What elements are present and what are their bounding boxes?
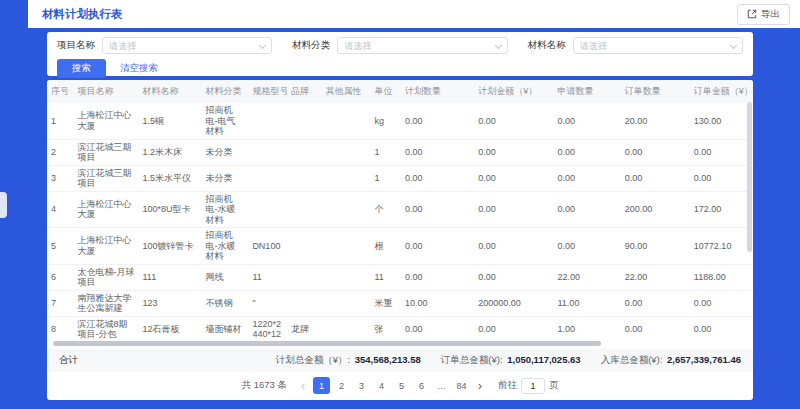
column-header: 申请数量: [554, 80, 621, 103]
plan-total-label: 计划总金额（¥）:: [276, 354, 350, 365]
chevron-down-icon: [495, 42, 502, 49]
table-cell: 123: [139, 290, 202, 316]
table-cell: [322, 191, 371, 228]
table-cell: 1220*2440*12: [248, 316, 287, 339]
summary-totals: 计划总金额（¥）: 354,568,213.58 订单总金额(¥): 1,050…: [276, 354, 741, 367]
table-wrap: 序号项目名称材料名称材料分类规格型号品牌其他属性单位计划数量计划金额（¥）申请数…: [47, 80, 753, 339]
table-cell: 0.00: [690, 165, 753, 191]
table-cell: kg: [370, 103, 401, 139]
table-cell: 0.00: [401, 139, 474, 165]
column-header: 单位: [370, 80, 401, 103]
table-cell: 0.00: [690, 139, 753, 165]
column-header: 项目名称: [73, 80, 138, 103]
table-cell: ": [248, 290, 287, 316]
table-row: 5上海松江中心大厦100镀锌管卡招商机电-水暖材料DN100根0.000.000…: [47, 228, 753, 265]
table-cell: [322, 264, 371, 290]
sidebar-collapse-handle[interactable]: [0, 192, 7, 218]
page-button[interactable]: 2: [333, 377, 350, 394]
material-name-select-input[interactable]: [580, 41, 726, 51]
project-name-select-input[interactable]: [109, 41, 255, 51]
table-cell: 11: [370, 264, 401, 290]
table-cell: 上海松江中心大厦: [73, 103, 138, 139]
table-cell: 0.00: [474, 228, 553, 265]
column-header: 材料名称: [139, 80, 202, 103]
page-button[interactable]: 3: [353, 377, 370, 394]
table-cell: 0.00: [474, 264, 553, 290]
table-cell: 0.00: [554, 165, 621, 191]
table-cell: 1.5铜: [139, 103, 202, 139]
table-cell: [322, 165, 371, 191]
column-header: 其他属性: [322, 80, 371, 103]
table-cell: 20.00: [621, 103, 690, 139]
table-cell: 200000.00: [474, 290, 553, 316]
project-name-select[interactable]: [102, 37, 272, 54]
table-cell: 滨江花城三期项目: [73, 165, 138, 191]
project-name-filter: 项目名称: [57, 37, 272, 54]
material-name-select[interactable]: [573, 37, 743, 54]
table-cell: 100*8U型卡: [139, 191, 202, 228]
column-header: 计划数量: [401, 80, 474, 103]
prev-page-button[interactable]: ‹: [298, 380, 308, 392]
table-cell: 5: [47, 228, 73, 265]
table-cell: 0.00: [621, 316, 690, 339]
table-cell: 1: [370, 139, 401, 165]
table-cell: 0.00: [554, 191, 621, 228]
table-cell: 上海松江中心大厦: [73, 228, 138, 265]
material-category-select[interactable]: [337, 37, 507, 54]
page-button[interactable]: 6: [413, 377, 430, 394]
page-ellipsis[interactable]: ...: [433, 377, 450, 394]
next-page-button[interactable]: ›: [475, 380, 485, 392]
table-cell: 172.00: [690, 191, 753, 228]
inbound-total-value: 2,657,339,761.46: [667, 354, 741, 365]
material-category-select-input[interactable]: [344, 41, 490, 51]
goto-page-input[interactable]: [521, 378, 545, 394]
horizontal-scrollbar[interactable]: [53, 341, 601, 346]
table-header-row: 序号项目名称材料名称材料分类规格型号品牌其他属性单位计划数量计划金额（¥）申请数…: [47, 80, 753, 103]
table-cell: 0.00: [401, 165, 474, 191]
table-cell: 0.00: [690, 316, 753, 339]
table-row: 7南翔雅达大学生公寓新建123不锈钢"米重10.00200000.0011.00…: [47, 290, 753, 316]
table-cell: [322, 290, 371, 316]
column-header: 计划金额（¥）: [474, 80, 553, 103]
search-button[interactable]: 搜索: [57, 59, 106, 78]
table-cell: 根: [370, 228, 401, 265]
table-cell: 招商机电-水暖材料: [202, 228, 249, 265]
table-cell: 10.00: [401, 290, 474, 316]
table-cell: 太仓电梯-月球项目: [73, 264, 138, 290]
table-cell: 1: [370, 165, 401, 191]
column-header: 规格型号: [248, 80, 287, 103]
table-cell: 12石膏板: [139, 316, 202, 339]
column-header: 订单金额（¥）: [690, 80, 753, 103]
table-row: 8滨江花城8期项目-分包12石膏板墙面铺材1220*2440*12龙牌张0.00…: [47, 316, 753, 339]
column-header: 品牌: [287, 80, 322, 103]
table-cell: 不锈钢: [202, 290, 249, 316]
clear-search-button[interactable]: 清空搜索: [120, 62, 158, 75]
page-button[interactable]: 5: [393, 377, 410, 394]
table-cell: [287, 191, 322, 228]
filter-card: 项目名称 材料分类 材料名称 搜索 清空搜索: [47, 32, 753, 76]
table-cell: 1.00: [554, 316, 621, 339]
table-cell: 滨江花城8期项目-分包: [73, 316, 138, 339]
table-cell: 3: [47, 165, 73, 191]
vertical-scrollbar[interactable]: [747, 102, 752, 252]
table-cell: 0.00: [554, 228, 621, 265]
app-header: 材料计划执行表 导出: [28, 0, 800, 28]
table-cell: [287, 228, 322, 265]
summary-label: 合计: [59, 354, 78, 367]
table-cell: 0.00: [474, 139, 553, 165]
page-button[interactable]: 4: [373, 377, 390, 394]
table-cell: 1.5米水平仪: [139, 165, 202, 191]
table-cell: 未分类: [202, 165, 249, 191]
inbound-total-label: 入库总金额(¥):: [601, 354, 663, 365]
table-cell: 11: [248, 264, 287, 290]
table-cell: 1.2米木床: [139, 139, 202, 165]
pagination: 共 1673 条 ‹ 123456...84 › 前往 页: [47, 372, 753, 400]
pagination-pages: 123456...84: [313, 377, 470, 394]
page-button[interactable]: 1: [313, 377, 330, 394]
plan-total-value: 354,568,213.58: [355, 354, 421, 365]
table-cell: 6: [47, 264, 73, 290]
table-cell: 200.00: [621, 191, 690, 228]
table-cell: 0.00: [621, 290, 690, 316]
export-button[interactable]: 导出: [737, 4, 790, 25]
page-button[interactable]: 84: [453, 377, 470, 394]
